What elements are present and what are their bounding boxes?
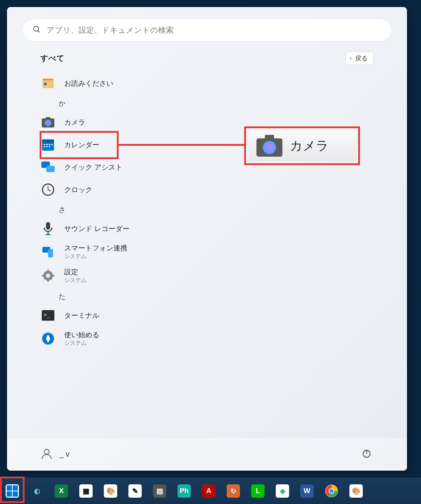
svg-rect-5 (46, 117, 50, 119)
copilot-icon: ◐ (30, 484, 44, 498)
app-label: 使い始める (64, 330, 99, 340)
svg-rect-17 (46, 166, 55, 172)
gear-icon (40, 268, 56, 283)
app-clock[interactable]: クロック (40, 178, 374, 201)
app-label: カレンダー (64, 140, 99, 150)
svg-point-21 (47, 189, 49, 190)
svg-point-6 (45, 120, 51, 126)
microphone-icon (40, 221, 56, 236)
taskbar: ◐X▦🎨✎▤PhA↻L◈W🎨 (0, 478, 421, 504)
photos-icon: Ph (178, 484, 191, 498)
app-label: お読みください (64, 79, 113, 88)
line-icon: L (251, 484, 265, 498)
svg-rect-43 (13, 485, 18, 491)
taskbar-item-excel[interactable]: X (53, 482, 70, 500)
svg-point-0 (34, 26, 39, 31)
taskbar-item-calculator[interactable]: ▤ (151, 482, 168, 500)
start-menu-footer: _ v (7, 437, 407, 471)
svg-rect-14 (46, 146, 48, 147)
power-button[interactable] (360, 447, 374, 461)
camera-callout: カメラ (249, 130, 356, 162)
svg-rect-45 (13, 491, 18, 497)
section-letter-ta[interactable]: た (40, 288, 374, 304)
svg-text:>_: >_ (44, 312, 50, 318)
section-letter-sa[interactable]: さ (40, 201, 374, 217)
start-menu: すべて ‹ 戻る お読みください か カメラ (7, 7, 407, 471)
app-list: お読みください か カメラ カレンダー クイック アシスト (40, 72, 374, 351)
taskbar-item-start[interactable] (4, 482, 21, 500)
power-icon (361, 448, 372, 460)
app-label: ターミナル (64, 311, 99, 320)
user-account[interactable]: _ v (40, 447, 69, 461)
getstarted-icon (40, 331, 56, 346)
svg-rect-9 (44, 144, 45, 145)
app-sublabel: システム (64, 277, 87, 284)
chrome-icon (325, 484, 338, 498)
palette-icon: 🎨 (349, 484, 363, 498)
app-label: サウンド レコーダー (64, 224, 129, 234)
search-bar[interactable] (23, 19, 391, 41)
svg-point-41 (263, 141, 276, 154)
calendar-icon (40, 137, 56, 152)
clock-icon (40, 182, 56, 197)
taskbar-item-photos[interactable]: Ph (175, 482, 193, 500)
taskbar-item-paint2[interactable]: ✎ (126, 482, 144, 500)
svg-rect-11 (49, 144, 50, 145)
paint1-icon: 🎨 (104, 484, 117, 498)
terminal-icon: >_ (40, 308, 56, 323)
back-button-label: 戻る (355, 54, 368, 63)
all-apps-area: すべて ‹ 戻る お読みください か カメラ (7, 52, 407, 437)
app-getstarted[interactable]: 使い始める システム (40, 327, 374, 351)
svg-point-3 (44, 83, 47, 85)
svg-rect-8 (42, 139, 54, 143)
app-sublabel: システム (64, 253, 127, 260)
svg-rect-13 (44, 146, 45, 147)
diamond-icon: ◈ (276, 484, 289, 498)
taskbar-item-palette[interactable]: 🎨 (347, 482, 365, 500)
taskbar-item-diamond[interactable]: ◈ (274, 482, 291, 500)
app-label: 設定 (64, 267, 87, 277)
app-terminal[interactable]: >_ ターミナル (40, 304, 374, 327)
app-settings[interactable]: 設定 システム (40, 264, 374, 288)
svg-rect-44 (7, 491, 12, 497)
taskbar-item-word[interactable]: W (298, 482, 316, 500)
qr-icon: ▦ (79, 484, 93, 498)
taskbar-item-adobe[interactable]: A (200, 482, 218, 500)
svg-point-36 (44, 449, 49, 454)
phonelink-icon (40, 244, 56, 260)
svg-rect-15 (49, 146, 50, 147)
taskbar-item-copilot[interactable]: ◐ (28, 482, 46, 500)
app-label: カメラ (64, 118, 85, 127)
section-letter-ka[interactable]: か (40, 94, 374, 111)
app-phonelink[interactable]: スマートフォン連携 システム (40, 240, 374, 264)
taskbar-item-line[interactable]: L (249, 482, 267, 500)
paint2-icon: ✎ (128, 484, 142, 498)
app-readme[interactable]: お読みください (40, 72, 374, 94)
camera-callout-label: カメラ (290, 137, 329, 155)
svg-point-49 (329, 489, 334, 493)
back-button[interactable]: ‹ 戻る (346, 52, 374, 65)
camera-icon (255, 133, 283, 158)
chevron-left-icon: ‹ (350, 55, 352, 61)
camera-icon (40, 114, 56, 130)
svg-rect-12 (51, 144, 53, 145)
taskbar-item-refresh[interactable]: ↻ (225, 482, 242, 500)
svg-rect-42 (7, 485, 12, 491)
svg-rect-32 (52, 275, 54, 276)
calculator-icon: ▤ (153, 484, 166, 498)
svg-rect-31 (42, 275, 44, 276)
app-soundrecorder[interactable]: サウンド レコーダー (40, 217, 374, 240)
svg-line-1 (38, 31, 40, 32)
search-input[interactable] (47, 26, 381, 35)
user-icon (40, 447, 53, 461)
svg-point-28 (46, 274, 50, 278)
svg-rect-10 (46, 144, 48, 145)
svg-rect-22 (46, 222, 50, 230)
refresh-icon: ↻ (227, 484, 240, 498)
taskbar-item-chrome[interactable] (323, 482, 340, 500)
quickassist-icon (40, 159, 56, 175)
taskbar-item-qr[interactable]: ▦ (77, 482, 95, 500)
svg-rect-40 (265, 135, 274, 139)
readme-icon (40, 76, 56, 91)
taskbar-item-paint1[interactable]: 🎨 (102, 482, 119, 500)
